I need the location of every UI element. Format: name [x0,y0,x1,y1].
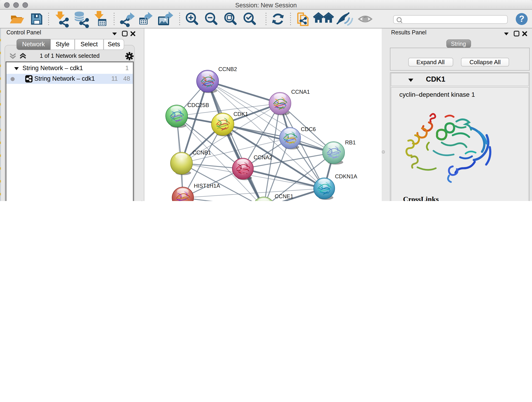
svg-text:CCNB1: CCNB1 [192,149,211,156]
svg-text:CCNA1: CCNA1 [291,89,310,95]
svg-text:HIST1H1A: HIST1H1A [194,183,220,189]
svg-text:CCNA2: CCNA2 [254,154,272,160]
svg-text:CDKN1A: CDKN1A [335,173,357,179]
svg-text:CDC25B: CDC25B [187,102,209,108]
svg-text:CDK1: CDK1 [234,111,248,117]
svg-text:?: ? [519,14,524,24]
svg-text:CCNE1: CCNE1 [275,193,293,199]
svg-text:CDC6: CDC6 [301,126,316,132]
svg-text:CCNB2: CCNB2 [218,66,237,72]
svg-text:RB1: RB1 [345,139,356,146]
